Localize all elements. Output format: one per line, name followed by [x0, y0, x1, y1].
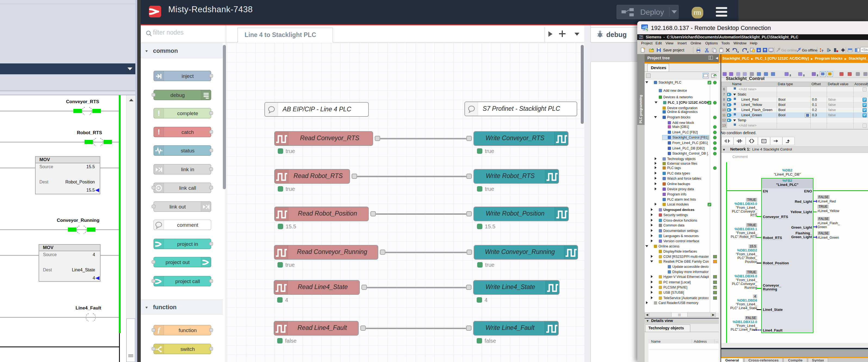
svg-text:??: ??	[762, 140, 765, 143]
svg-text:?: ?	[822, 49, 824, 53]
